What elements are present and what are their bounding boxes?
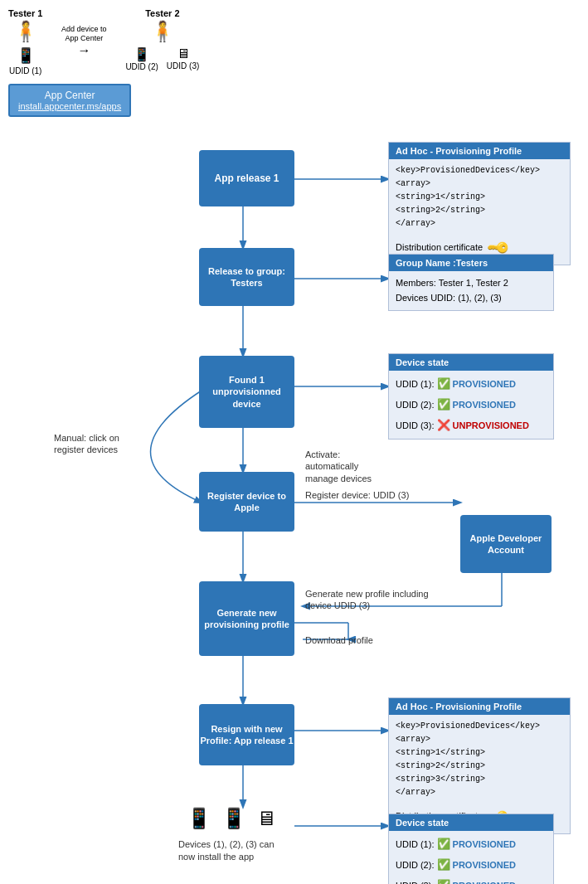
devices-install-label: Devices (1), (2), (3) can now install th… — [178, 838, 286, 864]
tester2-label: Tester 2 — [145, 8, 179, 18]
phone-icon-2: 📱 — [221, 807, 246, 830]
tester1-udid: UDID (1) — [9, 66, 41, 75]
group-panel-header: Group Name :Testers — [389, 255, 553, 271]
device-state-panel-1: Device state UDID (1): ✅ PROVISIONED UDI… — [388, 353, 554, 440]
generate-profile-box: Generate new provisioning profile — [199, 581, 294, 656]
resign-box: Resign with new Profile: App release 1 — [199, 704, 294, 765]
tester2-person-icon: 🧍 — [150, 20, 175, 43]
tester1-figure: Tester 1 🧍 📱 UDID (1) — [8, 8, 42, 75]
check-icon-2: ✅ — [437, 398, 450, 410]
manual-label: Manual: click on register devices — [54, 432, 120, 456]
apple-dev-box: Apple Developer Account — [460, 515, 552, 573]
tester1-person-icon: 🧍 — [13, 20, 38, 43]
tester2-udid2: UDID (2) — [125, 62, 158, 71]
app-center-link[interactable]: install.appcenter.ms/apps — [18, 101, 121, 111]
generate-new-label: Generate new profile including device UD… — [305, 588, 430, 612]
prov-panel-1-body: <key>ProvisionedDevices</key> <array> <s… — [389, 159, 570, 265]
found-device-box: Found 1 unprovisionned device — [199, 356, 294, 428]
prov-panel-1-header: Ad Hoc - Provisioning Profile — [389, 143, 570, 159]
app-release-box: App release 1 — [199, 150, 294, 206]
x-icon-1: ❌ — [437, 419, 450, 431]
add-device-label: Add device to App Center — [59, 25, 109, 43]
tester2-udid3: UDID (3) — [167, 61, 199, 70]
check-icon-3: ✅ — [437, 838, 450, 850]
provisioning-panel-1: Ad Hoc - Provisioning Profile <key>Provi… — [388, 142, 571, 265]
tester1-phone-icon: 📱 — [17, 46, 35, 65]
check-icon-4: ✅ — [437, 858, 450, 871]
register-device-label: Register device: UDID (3) — [305, 490, 430, 500]
release-group-box: Release to group: Testers — [199, 248, 294, 306]
activate-label: Activate: automatically manage devices — [305, 449, 380, 484]
tester2-tablet-icon: 🖥 — [177, 46, 190, 61]
arrow-right-icon: → — [77, 43, 90, 58]
tester2-figure: Tester 2 🧍 📱 UDID (2) 🖥 UDID (3) — [125, 8, 199, 71]
download-profile-label: Download profile — [305, 635, 405, 645]
diagram-container: Tester 1 🧍 📱 UDID (1) Add device to App … — [0, 0, 588, 884]
check-icon-5: ✅ — [437, 879, 450, 884]
group-panel: Group Name :Testers Members: Tester 1, T… — [388, 254, 554, 311]
flow-area: App release 1 Ad Hoc - Provisioning Prof… — [0, 134, 588, 880]
tester1-label: Tester 1 — [8, 8, 42, 18]
register-device-box: Register device to Apple — [199, 472, 294, 532]
app-center-box[interactable]: App Center install.appcenter.ms/apps — [8, 84, 131, 117]
phone-icon-1: 📱 — [187, 807, 211, 830]
tablet-icon-bottom: 🖥 — [256, 807, 276, 830]
check-icon-1: ✅ — [437, 377, 450, 390]
app-center-title: App Center — [18, 90, 121, 101]
device-state-panel-2: Device state UDID (1): ✅ PROVISIONED UDI… — [388, 814, 554, 884]
bottom-devices: 📱 📱 🖥 — [187, 807, 276, 830]
tester-section: Tester 1 🧍 📱 UDID (1) Add device to App … — [0, 0, 588, 80]
tester2-phone-icon: 📱 — [134, 46, 150, 62]
